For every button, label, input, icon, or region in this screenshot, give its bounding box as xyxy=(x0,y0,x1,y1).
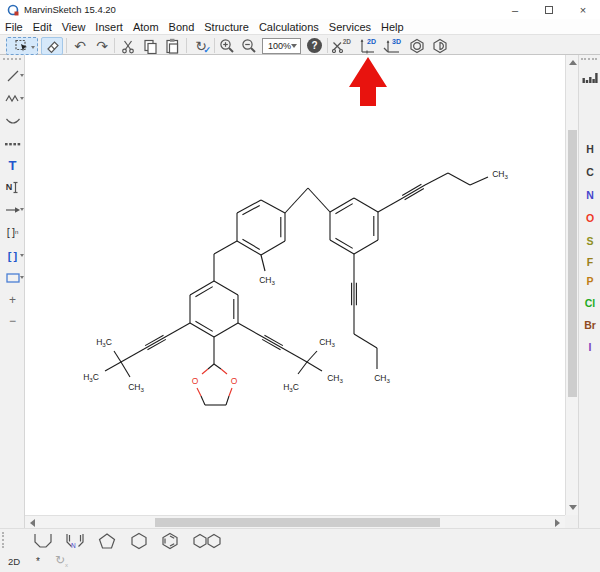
cyclopentane-template-button[interactable] xyxy=(30,531,56,550)
element-cl-button[interactable]: Cl xyxy=(579,297,600,315)
arc-tool-button[interactable] xyxy=(1,112,24,132)
aromatize-button[interactable] xyxy=(407,37,426,55)
element-h-button[interactable]: H xyxy=(579,143,600,161)
cyclohexane-template-button[interactable] xyxy=(127,531,151,550)
toolbar-separator xyxy=(66,38,67,53)
cut-button[interactable] xyxy=(118,37,138,55)
sgroup-tool-button[interactable]: [ ] n xyxy=(1,222,24,242)
benzene-template-button[interactable] xyxy=(157,531,183,550)
undo-button[interactable]: ↶ xyxy=(70,37,90,55)
structure-checker-button[interactable]: ↻ ✓ xyxy=(190,37,212,55)
element-p-button[interactable]: P xyxy=(579,275,600,293)
toolbar-handle[interactable] xyxy=(2,532,4,548)
fused-rings-template-button[interactable] xyxy=(190,531,224,550)
svg-text:CH3: CH3 xyxy=(319,337,335,348)
zoom-level-select[interactable]: 100% xyxy=(262,38,301,54)
rectangle-tool-button[interactable] xyxy=(1,268,24,288)
hexagon-icon xyxy=(129,532,149,550)
chevron-down-icon[interactable] xyxy=(20,276,24,279)
scroll-up-icon[interactable] xyxy=(569,60,577,65)
menu-file[interactable]: File xyxy=(0,21,28,33)
chain-icon xyxy=(5,93,21,105)
bracket-tool-button[interactable]: [ ] xyxy=(1,246,24,266)
pyrrole-template-button[interactable]: N xyxy=(62,531,88,550)
chevron-down-icon[interactable] xyxy=(20,208,24,211)
element-f-button[interactable]: F xyxy=(579,256,600,274)
clean-3d-button[interactable]: 3D xyxy=(380,37,403,55)
dearomatize-button[interactable] xyxy=(430,37,449,55)
select-tool-button[interactable] xyxy=(6,37,38,55)
horizontal-scrollbar[interactable] xyxy=(25,515,565,528)
clean-2d-button[interactable]: 2D xyxy=(355,37,378,55)
menu-bond[interactable]: Bond xyxy=(164,21,200,33)
close-button[interactable]: × xyxy=(566,0,600,19)
vertical-scrollbar-thumb[interactable] xyxy=(568,130,577,397)
cyclopentadiene-template-button[interactable] xyxy=(95,531,119,550)
scroll-right-icon[interactable] xyxy=(555,519,560,527)
toolbar-separator xyxy=(114,38,115,53)
svg-text:H3C: H3C xyxy=(283,382,299,393)
aromatic-ring-icon xyxy=(409,38,425,54)
bond-tool-button[interactable] xyxy=(1,66,24,86)
chevron-down-icon[interactable] xyxy=(20,97,24,100)
paste-button[interactable] xyxy=(162,37,183,55)
app-icon[interactable] xyxy=(7,4,19,16)
copy-icon xyxy=(143,39,158,54)
menubar: File Edit View Insert Atom Bond Structur… xyxy=(0,19,600,34)
eraser-button[interactable] xyxy=(41,37,63,55)
decrease-charge-button[interactable]: − xyxy=(1,311,24,331)
increase-charge-button[interactable]: + xyxy=(1,290,24,310)
structure-check-icon[interactable]: ↻x xyxy=(55,553,68,568)
chain-tool-button[interactable] xyxy=(1,89,24,109)
reaction-arrow-tool-button[interactable] xyxy=(1,200,24,220)
plus-icon: + xyxy=(9,293,16,307)
window-title: MarvinSketch 15.4.20 xyxy=(24,4,116,15)
toolbar-handle[interactable] xyxy=(581,58,597,60)
multicenter-tool-button[interactable] xyxy=(1,134,24,154)
element-n-button[interactable]: N xyxy=(579,189,600,207)
menu-structure[interactable]: Structure xyxy=(199,21,254,33)
menu-edit[interactable]: Edit xyxy=(28,21,57,33)
scroll-left-icon[interactable] xyxy=(30,519,35,527)
chevron-down-icon[interactable] xyxy=(20,74,24,77)
eraser-icon xyxy=(45,39,60,54)
drawing-canvas[interactable]: CH3CH3CH3H3CH3CCH3CH3CH3H3COO xyxy=(25,55,565,515)
element-s-button[interactable]: S xyxy=(579,235,600,253)
text-tool-button[interactable]: T xyxy=(1,155,24,175)
svg-text:CH3: CH3 xyxy=(128,382,144,393)
menu-insert[interactable]: Insert xyxy=(90,21,128,33)
horizontal-scrollbar-thumb[interactable] xyxy=(155,518,440,527)
svg-text:CH3: CH3 xyxy=(492,169,508,180)
menu-services[interactable]: Services xyxy=(324,21,376,33)
element-br-button[interactable]: Br xyxy=(579,319,600,337)
menu-calculations[interactable]: Calculations xyxy=(254,21,324,33)
chevron-down-icon[interactable] xyxy=(20,254,24,257)
sgroup-sub-label: n xyxy=(15,229,18,235)
menu-atom[interactable]: Atom xyxy=(128,21,164,33)
atom-label-tool-button[interactable]: N xyxy=(1,177,24,197)
redo-button[interactable]: ↷ xyxy=(92,37,112,55)
chevron-down-icon[interactable] xyxy=(31,46,35,49)
clean-2d-options-button[interactable]: 2D xyxy=(331,37,352,55)
zoom-in-button[interactable] xyxy=(217,37,237,55)
text-tool-icon: T xyxy=(9,158,17,173)
menu-help[interactable]: Help xyxy=(376,21,409,33)
help-button[interactable]: ? xyxy=(307,38,322,53)
molecule-structure[interactable]: CH3CH3CH3H3CH3CCH3CH3CH3H3COO xyxy=(25,55,565,515)
zoom-in-icon xyxy=(219,38,235,54)
toolbar-handle[interactable] xyxy=(3,58,21,60)
vertical-scrollbar[interactable] xyxy=(565,55,578,515)
scroll-down-icon[interactable] xyxy=(569,505,577,510)
zoom-out-button[interactable] xyxy=(239,37,259,55)
menu-view[interactable]: View xyxy=(57,21,91,33)
element-i-button[interactable]: I xyxy=(579,341,600,359)
element-o-button[interactable]: O xyxy=(579,212,600,230)
dashes-icon xyxy=(5,141,21,147)
periodic-table-button[interactable] xyxy=(579,68,600,88)
minimize-button[interactable]: – xyxy=(498,0,532,19)
maximize-button[interactable] xyxy=(532,0,566,19)
copy-button[interactable] xyxy=(140,37,160,55)
element-c-button[interactable]: C xyxy=(579,166,600,184)
benzene-icon xyxy=(160,532,180,550)
zoom-level-value: 100% xyxy=(268,41,291,51)
